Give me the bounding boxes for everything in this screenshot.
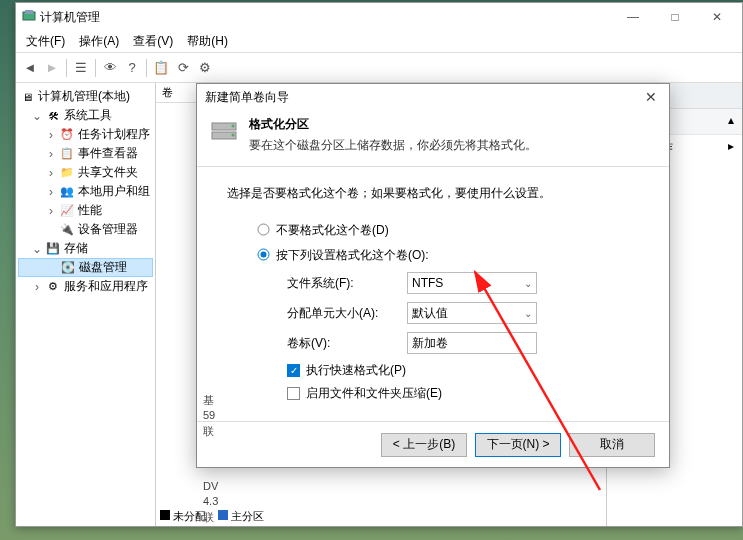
computer-management-window: 计算机管理 — □ ✕ 文件(F) 操作(A) 查看(V) 帮助(H) ◄ ► … [15, 2, 743, 527]
app-icon [22, 9, 36, 26]
performance-icon: 📈 [60, 204, 74, 218]
tree-shared-folders[interactable]: › 📁 共享文件夹 [18, 163, 153, 182]
filesystem-select[interactable]: NTFS ⌄ [407, 272, 537, 294]
filesystem-label: 文件系统(F): [287, 275, 407, 292]
disk-row-peek-2: DV 4.3 联 [197, 479, 377, 525]
collapse-icon[interactable]: ⌄ [32, 109, 42, 123]
forward-button[interactable]: ► [42, 58, 62, 78]
radio-checked-icon [257, 248, 270, 264]
menu-view[interactable]: 查看(V) [127, 31, 179, 52]
tree-local-users[interactable]: › 👥 本地用户和组 [18, 182, 153, 201]
properties-button[interactable]: 📋 [151, 58, 171, 78]
tree-label: 本地用户和组 [78, 183, 150, 200]
tree-label: 设备管理器 [78, 221, 138, 238]
titlebar[interactable]: 计算机管理 — □ ✕ [16, 3, 742, 31]
show-hide-button[interactable]: ☰ [71, 58, 91, 78]
volume-label-label: 卷标(V): [287, 335, 407, 352]
radio-unchecked-icon [257, 223, 270, 239]
filesystem-value: NTFS [412, 276, 443, 290]
radio-format[interactable]: 按下列设置格式化这个卷(O): [257, 247, 649, 264]
dialog-titlebar[interactable]: 新建简单卷向导 ✕ [197, 84, 669, 110]
menu-help[interactable]: 帮助(H) [181, 31, 234, 52]
tree-event-viewer[interactable]: › 📋 事件查看器 [18, 144, 153, 163]
tree-label: 服务和应用程序 [64, 278, 148, 295]
expand-icon[interactable]: › [46, 204, 56, 218]
allocation-unit-label: 分配单元大小(A): [287, 305, 407, 322]
event-viewer-icon: 📋 [60, 147, 74, 161]
dialog-title: 新建简单卷向导 [205, 89, 289, 106]
volume-label-input[interactable]: 新加卷 [407, 332, 537, 354]
svg-point-8 [261, 251, 267, 257]
tree-label: 任务计划程序 [78, 126, 150, 143]
tree-label: 性能 [78, 202, 102, 219]
dialog-instruction: 选择是否要格式化这个卷；如果要格式化，要使用什么设置。 [227, 185, 649, 202]
checkbox-label: 执行快速格式化(P) [306, 362, 406, 379]
tree-label: 存储 [64, 240, 88, 257]
window-title: 计算机管理 [40, 9, 100, 26]
minimize-button[interactable]: — [612, 5, 654, 29]
dialog-close-button[interactable]: ✕ [641, 89, 661, 105]
dialog-body: 选择是否要格式化这个卷；如果要格式化，要使用什么设置。 不要格式化这个卷(D) … [197, 167, 669, 421]
allocation-unit-value: 默认值 [412, 305, 448, 322]
settings-button[interactable]: ⚙ [195, 58, 215, 78]
expand-icon[interactable]: › [46, 128, 56, 142]
menu-file[interactable]: 文件(F) [20, 31, 71, 52]
close-button[interactable]: ✕ [696, 5, 738, 29]
back-button[interactable]: ◄ [20, 58, 40, 78]
collapse-section-icon[interactable]: ▴ [728, 113, 734, 130]
cancel-button[interactable]: 取消 [569, 433, 655, 457]
tree-system-tools[interactable]: ⌄ 🛠 系统工具 [18, 106, 153, 125]
tools-icon: 🛠 [46, 109, 60, 123]
svg-point-5 [232, 134, 235, 137]
disk-row-peek: 基 59 联 [197, 393, 377, 439]
chevron-down-icon: ⌄ [524, 308, 532, 319]
tree-label: 系统工具 [64, 107, 112, 124]
volume-label-row: 卷标(V): 新加卷 [287, 332, 649, 354]
radio-label: 不要格式化这个卷(D) [276, 222, 389, 239]
disk-mgmt-icon: 💽 [61, 261, 75, 275]
tree-label: 事件查看器 [78, 145, 138, 162]
tree-services-apps[interactable]: › ⚙ 服务和应用程序 [18, 277, 153, 296]
back-button[interactable]: < 上一步(B) [381, 433, 467, 457]
svg-rect-1 [25, 10, 33, 14]
quick-format-checkbox[interactable]: ✓ 执行快速格式化(P) [287, 362, 649, 379]
tree-task-scheduler[interactable]: › ⏰ 任务计划程序 [18, 125, 153, 144]
hdd-icon [209, 116, 239, 146]
refresh-button[interactable]: 👁 [100, 58, 120, 78]
expand-icon[interactable]: › [46, 147, 56, 161]
users-icon: 👥 [60, 185, 74, 199]
tree-label: 共享文件夹 [78, 164, 138, 181]
menu-action[interactable]: 操作(A) [73, 31, 125, 52]
storage-icon: 💾 [46, 242, 60, 256]
expand-icon[interactable]: › [32, 280, 42, 294]
help-button[interactable]: ? [122, 58, 142, 78]
rescan-button[interactable]: ⟳ [173, 58, 193, 78]
filesystem-row: 文件系统(F): NTFS ⌄ [287, 272, 649, 294]
svg-point-4 [232, 125, 235, 128]
radio-label: 按下列设置格式化这个卷(O): [276, 247, 429, 264]
toolbar: ◄ ► ☰ 👁 ? 📋 ⟳ ⚙ [16, 53, 742, 83]
tree-root[interactable]: 🖥 计算机管理(本地) [18, 87, 153, 106]
maximize-button[interactable]: □ [654, 5, 696, 29]
scheduler-icon: ⏰ [60, 128, 74, 142]
radio-no-format[interactable]: 不要格式化这个卷(D) [257, 222, 649, 239]
allocation-unit-row: 分配单元大小(A): 默认值 ⌄ [287, 302, 649, 324]
tree-performance[interactable]: › 📈 性能 [18, 201, 153, 220]
checkbox-checked-icon: ✓ [287, 364, 300, 377]
next-button[interactable]: 下一页(N) > [475, 433, 561, 457]
dialog-heading: 格式化分区 [249, 116, 537, 133]
tree-disk-management[interactable]: 💽 磁盘管理 [18, 258, 153, 277]
menubar: 文件(F) 操作(A) 查看(V) 帮助(H) [16, 31, 742, 53]
tree-storage[interactable]: ⌄ 💾 存储 [18, 239, 153, 258]
collapse-icon[interactable]: ⌄ [32, 242, 42, 256]
nav-tree[interactable]: 🖥 计算机管理(本地) ⌄ 🛠 系统工具 › ⏰ 任务计划程序 › 📋 事件查看… [16, 83, 156, 526]
allocation-unit-select[interactable]: 默认值 ⌄ [407, 302, 537, 324]
dialog-subheading: 要在这个磁盘分区上储存数据，你必须先将其格式化。 [249, 137, 537, 154]
expand-icon[interactable]: › [46, 166, 56, 180]
chevron-down-icon: ⌄ [524, 278, 532, 289]
volume-label-value: 新加卷 [412, 335, 448, 352]
svg-point-6 [258, 224, 269, 235]
device-manager-icon: 🔌 [60, 223, 74, 237]
tree-device-manager[interactable]: 🔌 设备管理器 [18, 220, 153, 239]
expand-icon[interactable]: › [46, 185, 56, 199]
